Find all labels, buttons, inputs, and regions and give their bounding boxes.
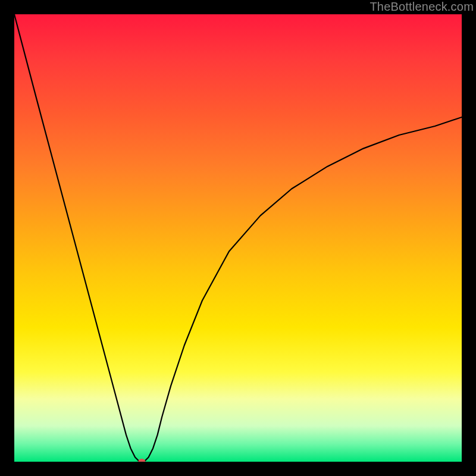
chart-container: TheBottleneck.com xyxy=(0,0,476,476)
chart-plot-area xyxy=(14,14,462,462)
chart-minimum-marker xyxy=(138,459,145,462)
watermark-text: TheBottleneck.com xyxy=(369,0,474,14)
chart-curve-path xyxy=(14,14,462,462)
chart-curve-svg xyxy=(14,14,462,462)
